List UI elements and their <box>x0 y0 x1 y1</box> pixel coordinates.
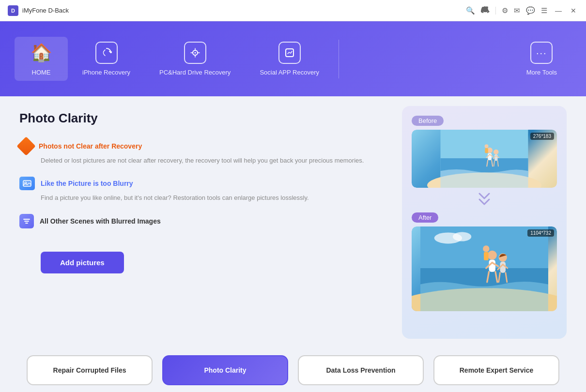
nav-home[interactable]: 🏠 HOME <box>15 37 68 81</box>
after-photo: 1104*732 <box>412 226 557 311</box>
after-dim-badge: 1104*732 <box>527 229 554 237</box>
main-content: Photo Clarity Photos not Clear after Rec… <box>0 96 586 348</box>
title-bar-right: 🔍 ⚙ ✉ 💬 ☰ — ✕ <box>466 6 578 15</box>
pc-recovery-icon <box>184 42 206 64</box>
nav-home-label: HOME <box>32 69 51 76</box>
feature-blue-icon <box>19 214 34 228</box>
nav-pc-recovery[interactable]: PC&Hard Drive Recovery <box>145 37 245 81</box>
nav-divider <box>339 40 339 78</box>
svg-point-1 <box>194 52 196 54</box>
remote-expert-button[interactable]: Remote Expert Service <box>433 355 559 385</box>
svg-point-24 <box>453 232 471 241</box>
svg-point-14 <box>485 144 489 148</box>
mail-icon[interactable]: ✉ <box>514 6 520 15</box>
discord-icon[interactable] <box>481 6 490 15</box>
after-label: After <box>412 212 438 223</box>
chat-icon[interactable]: 💬 <box>526 6 535 15</box>
feature-blurry: Like the Picture is too Blurry Find a pi… <box>19 177 383 203</box>
title-bar: D iMyFone D-Back 🔍 ⚙ ✉ 💬 ☰ — ✕ <box>0 0 586 21</box>
feature-not-clear-header: Photos not Clear after Recovery <box>19 139 383 153</box>
photo-clarity-button[interactable]: Photo Clarity <box>162 355 288 385</box>
svg-point-27 <box>488 251 497 260</box>
before-dim-badge: 276*183 <box>530 133 554 140</box>
feature-blurry-header: Like the Picture is too Blurry <box>19 177 383 190</box>
repair-corrupted-button[interactable]: Repair Corrupted Files <box>27 355 153 385</box>
page-title: Photo Clarity <box>19 111 383 126</box>
feature-blurred-title: All Other Scenes with Blurred Images <box>40 217 161 225</box>
close-button[interactable]: ✕ <box>569 6 578 15</box>
iphone-recovery-icon <box>95 42 118 64</box>
svg-rect-15 <box>485 148 488 153</box>
after-photo-container: 1104*732 <box>412 226 557 311</box>
before-label: Before <box>412 116 444 126</box>
svg-point-16 <box>493 150 498 154</box>
title-bar-left: D iMyFone D-Back <box>8 5 69 16</box>
arrows-down-icon <box>476 193 493 210</box>
feature-blurry-desc: Find a picture you like online, but it's… <box>41 193 383 203</box>
feature-orange-icon <box>16 136 36 156</box>
nav-pc-label: PC&Hard Drive Recovery <box>159 69 231 76</box>
app-title: iMyFone D-Back <box>22 7 69 14</box>
svg-rect-34 <box>484 252 489 260</box>
bottom-bar: Repair Corrupted Files Photo Clarity Dat… <box>0 348 586 392</box>
feature-photo-icon <box>19 177 35 190</box>
nav-iphone-label: iPhone Recovery <box>82 69 130 76</box>
before-photo-container: 276*183 <box>412 130 557 188</box>
before-photo: 276*183 <box>412 130 557 188</box>
nav-social-app[interactable]: Social APP Recovery <box>245 37 334 81</box>
nav-more-label: More Tools <box>526 69 557 76</box>
menu-icon[interactable]: ☰ <box>541 6 547 15</box>
feature-blurry-title: Like the Picture is too Blurry <box>41 180 133 187</box>
feature-not-clear: Photos not Clear after Recovery Deleted … <box>19 139 383 166</box>
home-icon: 🏠 <box>30 42 52 64</box>
nav-social-label: Social APP Recovery <box>260 69 319 76</box>
nav-iphone-recovery[interactable]: iPhone Recovery <box>68 37 145 81</box>
social-app-icon <box>278 42 301 64</box>
feature-blurred: All Other Scenes with Blurred Images <box>19 214 383 231</box>
add-pictures-button[interactable]: Add pictures <box>41 252 124 273</box>
feature-not-clear-desc: Deleted or lost pictures are not clear a… <box>41 156 383 166</box>
feature-blurred-header: All Other Scenes with Blurred Images <box>19 214 383 228</box>
minimize-button[interactable]: — <box>553 6 564 15</box>
app-logo: D <box>8 5 18 16</box>
data-loss-button[interactable]: Data Loss Prevention <box>298 355 424 385</box>
settings-icon[interactable]: ⚙ <box>502 6 508 15</box>
left-panel: Photo Clarity Photos not Clear after Rec… <box>19 106 383 339</box>
nav-more-tools[interactable]: ··· More Tools <box>512 37 571 81</box>
nav-bar: 🏠 HOME iPhone Recovery PC&Hard Drive Rec… <box>0 21 586 96</box>
window-controls: — ✕ <box>553 6 578 15</box>
right-panel: Before <box>402 106 567 339</box>
more-tools-icon: ··· <box>530 42 553 64</box>
svg-point-33 <box>483 245 489 252</box>
svg-rect-28 <box>489 260 495 272</box>
search-icon[interactable]: 🔍 <box>466 6 475 15</box>
title-divider <box>495 7 496 15</box>
feature-not-clear-title: Photos not Clear after Recovery <box>39 142 142 150</box>
